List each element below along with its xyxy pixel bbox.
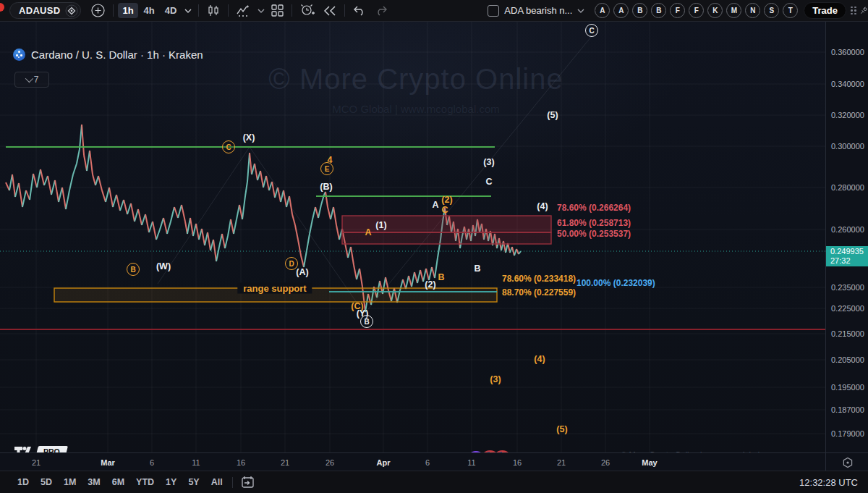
drag-handle-dots-icon[interactable] [851,7,856,15]
wave-label[interactable]: (5) [556,424,567,434]
fib-label[interactable]: 50.00% (0.253537) [557,229,631,239]
recording-dot [0,3,4,12]
time-axis-label: 21 [281,458,289,467]
fib-label[interactable]: 61.80% (0.258713) [557,218,631,228]
wave-label[interactable]: (2) [425,279,435,290]
wave-label[interactable]: (W) [156,261,171,271]
bar-replay-icon[interactable] [319,0,341,21]
wave-label[interactable]: C [485,177,492,187]
range-6m-button[interactable]: 6M [106,474,130,490]
wave-label[interactable]: (3) [490,374,501,384]
chart-pane[interactable]: © More Crypto Online MCO Global | www.mc… [0,21,825,452]
wave-label[interactable]: (X) [243,132,255,143]
layout-tab-t-10[interactable]: T [783,3,798,18]
wave-label[interactable]: B [127,263,140,276]
time-axis-label: 26 [601,458,610,467]
wave-label[interactable]: (5) [547,110,558,120]
range-1y-button[interactable]: 1Y [160,474,182,490]
layout-tab-n-8[interactable]: N [745,3,760,18]
bottom-toolbar: 1D5D1M3M6MYTD1Y5YAll 12:32:28 UTC [0,471,868,493]
time-axis-label: 11 [192,458,200,467]
undo-icon[interactable] [349,0,370,21]
layout-selector: ADA bearish n... [488,5,584,17]
time-axis-label: 16 [513,458,522,467]
time-axis-label: 21 [557,458,566,467]
go-to-date-icon[interactable] [237,471,259,493]
range-1m-button[interactable]: 1M [58,474,82,490]
range-ytd-button[interactable]: YTD [130,474,160,490]
layout-grid-icon[interactable] [267,0,288,21]
time-axis[interactable]: 21Mar611162126Apr611162126May [0,452,825,471]
price-axis[interactable]: 0.249935 27:32 0.3600000.3400000.3200000… [825,21,868,452]
wave-label[interactable]: C [585,24,598,37]
layout-tab-s-9[interactable]: S [764,3,779,18]
layout-tab-k-6[interactable]: K [707,3,723,18]
axis-settings-corner[interactable] [825,452,868,471]
time-axis-label: 11 [467,458,475,467]
wave-label[interactable]: E [320,162,333,175]
range-1d-button[interactable]: 1D [12,474,35,490]
wave-label[interactable]: (B) [320,182,332,192]
time-axis-label: Mar [101,458,115,467]
chart-type-candles-icon[interactable] [203,0,224,21]
range-all-button[interactable]: All [205,474,229,490]
layout-checkbox[interactable] [488,5,499,17]
fib-label[interactable]: 100.00% (0.232039) [576,278,655,288]
price-axis-label: 0.260000 [831,225,864,234]
wave-label[interactable]: (A) [296,267,308,277]
wave-label[interactable]: B [438,272,444,282]
toolbar-divider [198,4,199,17]
clock-utc[interactable]: 12:32:28 UTC [799,477,858,488]
interval-chevron-down-icon[interactable] [182,0,195,21]
toolbar-divider [292,4,292,17]
fib-label[interactable]: 78.60% (0.233418) [502,274,576,284]
broker-connect-icon[interactable] [859,0,868,21]
price-axis-label: 0.215000 [831,329,864,338]
time-axis-label: 16 [237,458,245,467]
add-symbol-button[interactable] [87,0,109,21]
symbol-diamond-icon [65,0,78,21]
layout-tab-f-5[interactable]: F [689,3,704,18]
fib-label[interactable]: 88.70% (0.227559) [502,287,576,298]
interval-group: 1h4h4D [117,3,182,18]
wave-label[interactable]: C [222,140,235,153]
layout-tab-m-7[interactable]: M [726,3,741,18]
wave-label[interactable]: C [441,205,448,215]
range-support-label[interactable]: range support [237,283,312,294]
range-5d-button[interactable]: 5D [35,474,58,490]
wave-label[interactable]: (3) [483,157,494,167]
axis-settings-icon [842,457,854,468]
layout-tab-a-0[interactable]: A [595,3,610,18]
trade-button[interactable]: Trade [804,2,846,19]
alert-add-icon[interactable] [296,0,319,21]
current-price-badge: 0.249935 27:32 [826,246,868,266]
fib-label[interactable]: 78.60% (0.266264) [557,203,631,213]
layout-tab-b-3[interactable]: B [651,3,666,18]
wave-label[interactable]: B [360,315,373,328]
wave-label[interactable]: (4) [537,201,548,211]
wave-label[interactable]: A [432,200,438,210]
wave-label[interactable]: (4) [534,354,545,364]
indicators-chevron-down-icon[interactable] [255,0,267,21]
symbol-search-button[interactable]: ADAUSD [9,2,81,19]
wave-label[interactable]: A [365,227,371,237]
range-5y-button[interactable]: 5Y [182,474,205,490]
interval-4h-button[interactable]: 4h [140,3,159,18]
range-3m-button[interactable]: 3M [82,474,106,490]
layout-tab-a-1[interactable]: A [613,3,629,18]
layout-tab-b-2[interactable]: B [632,3,647,18]
price-axis-label: 0.280000 [831,183,864,192]
wave-label[interactable]: (1) [375,220,386,230]
interval-1h-button[interactable]: 1h [118,3,137,18]
layout-name[interactable]: ADA bearish n... [504,5,572,16]
tradingview-app: ADAUSD 1h4h4D [0,0,868,493]
layout-tab-f-4[interactable]: F [670,3,685,18]
layout-chevron-down-icon[interactable] [577,9,584,13]
indicators-icon[interactable] [232,0,255,21]
price-axis-label: 0.195000 [831,383,864,392]
interval-4d-button[interactable]: 4D [161,3,182,18]
wave-label[interactable]: B [474,264,480,274]
price-axis-label: 0.300000 [831,142,864,151]
wave-label[interactable]: (2) [441,195,452,205]
redo-icon[interactable] [370,0,392,21]
